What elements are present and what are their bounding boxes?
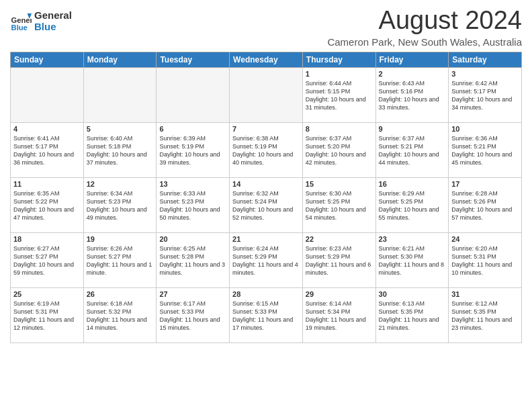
weekday-header-sunday: Sunday bbox=[11, 52, 84, 67]
cell-info: Sunrise: 6:34 AMSunset: 5:23 PMDaylight:… bbox=[87, 189, 154, 222]
cell-info: Sunrise: 6:18 AMSunset: 5:32 PMDaylight:… bbox=[87, 300, 154, 332]
calendar-cell bbox=[83, 67, 157, 122]
day-number: 23 bbox=[379, 235, 446, 243]
cell-info: Sunrise: 6:19 AMSunset: 5:31 PMDaylight:… bbox=[13, 300, 81, 332]
calendar-cell: 22Sunrise: 6:23 AMSunset: 5:29 PMDayligh… bbox=[302, 232, 375, 287]
cell-info: Sunrise: 6:28 AMSunset: 5:26 PMDaylight:… bbox=[451, 189, 519, 222]
day-number: 1 bbox=[306, 70, 373, 78]
cell-info: Sunrise: 6:42 AMSunset: 5:17 PMDaylight:… bbox=[451, 79, 519, 112]
day-number: 28 bbox=[232, 290, 300, 298]
cell-info: Sunrise: 6:39 AMSunset: 5:19 PMDaylight:… bbox=[159, 134, 226, 167]
cell-info: Sunrise: 6:38 AMSunset: 5:19 PMDaylight:… bbox=[232, 134, 300, 167]
calendar-cell: 28Sunrise: 6:15 AMSunset: 5:33 PMDayligh… bbox=[230, 287, 303, 342]
day-number: 8 bbox=[306, 125, 373, 133]
calendar-cell: 15Sunrise: 6:30 AMSunset: 5:25 PMDayligh… bbox=[302, 177, 375, 232]
day-number: 22 bbox=[306, 235, 373, 243]
calendar-cell: 31Sunrise: 6:12 AMSunset: 5:35 PMDayligh… bbox=[449, 287, 522, 342]
day-number: 15 bbox=[306, 180, 373, 188]
calendar-cell bbox=[230, 67, 303, 122]
weekday-header-wednesday: Wednesday bbox=[230, 52, 303, 67]
weekday-header-monday: Monday bbox=[83, 52, 157, 67]
day-number: 21 bbox=[232, 235, 300, 243]
calendar-cell: 27Sunrise: 6:17 AMSunset: 5:33 PMDayligh… bbox=[157, 287, 230, 342]
cell-info: Sunrise: 6:33 AMSunset: 5:23 PMDaylight:… bbox=[159, 189, 226, 222]
day-number: 11 bbox=[13, 180, 81, 188]
cell-info: Sunrise: 6:20 AMSunset: 5:31 PMDaylight:… bbox=[451, 244, 519, 277]
calendar-cell: 8Sunrise: 6:37 AMSunset: 5:20 PMDaylight… bbox=[302, 122, 375, 177]
cell-info: Sunrise: 6:26 AMSunset: 5:27 PMDaylight:… bbox=[87, 244, 154, 277]
calendar-cell: 29Sunrise: 6:14 AMSunset: 5:34 PMDayligh… bbox=[302, 287, 375, 342]
day-number: 6 bbox=[159, 125, 226, 133]
weekday-header-row: SundayMondayTuesdayWednesdayThursdayFrid… bbox=[11, 52, 522, 67]
cell-info: Sunrise: 6:15 AMSunset: 5:33 PMDaylight:… bbox=[232, 300, 300, 332]
week-row-3: 11Sunrise: 6:35 AMSunset: 5:22 PMDayligh… bbox=[11, 177, 522, 232]
cell-info: Sunrise: 6:14 AMSunset: 5:34 PMDaylight:… bbox=[306, 300, 373, 332]
week-row-2: 4Sunrise: 6:41 AMSunset: 5:17 PMDaylight… bbox=[11, 122, 522, 177]
calendar-cell: 16Sunrise: 6:29 AMSunset: 5:25 PMDayligh… bbox=[375, 177, 449, 232]
calendar-cell: 14Sunrise: 6:32 AMSunset: 5:24 PMDayligh… bbox=[230, 177, 303, 232]
month-title: August 2024 bbox=[327, 7, 522, 35]
calendar-cell bbox=[157, 67, 230, 122]
title-block: August 2024 Cameron Park, New South Wale… bbox=[327, 7, 522, 48]
day-number: 24 bbox=[451, 235, 519, 243]
calendar-cell: 6Sunrise: 6:39 AMSunset: 5:19 PMDaylight… bbox=[157, 122, 230, 177]
logo-text-line1: General bbox=[34, 10, 72, 21]
cell-info: Sunrise: 6:25 AMSunset: 5:28 PMDaylight:… bbox=[159, 244, 226, 277]
day-number: 3 bbox=[451, 70, 519, 78]
cell-info: Sunrise: 6:35 AMSunset: 5:22 PMDaylight:… bbox=[13, 189, 81, 222]
calendar-cell: 13Sunrise: 6:33 AMSunset: 5:23 PMDayligh… bbox=[157, 177, 230, 232]
cell-info: Sunrise: 6:40 AMSunset: 5:18 PMDaylight:… bbox=[87, 134, 154, 167]
day-number: 26 bbox=[87, 290, 154, 298]
logo-text-line2: Blue bbox=[34, 21, 72, 33]
calendar-cell: 2Sunrise: 6:43 AMSunset: 5:16 PMDaylight… bbox=[375, 67, 449, 122]
calendar-cell: 5Sunrise: 6:40 AMSunset: 5:18 PMDaylight… bbox=[83, 122, 157, 177]
calendar-cell: 12Sunrise: 6:34 AMSunset: 5:23 PMDayligh… bbox=[83, 177, 157, 232]
calendar-cell: 19Sunrise: 6:26 AMSunset: 5:27 PMDayligh… bbox=[83, 232, 157, 287]
calendar-cell: 25Sunrise: 6:19 AMSunset: 5:31 PMDayligh… bbox=[11, 287, 84, 342]
cell-info: Sunrise: 6:12 AMSunset: 5:35 PMDaylight:… bbox=[451, 300, 519, 332]
cell-info: Sunrise: 6:37 AMSunset: 5:21 PMDaylight:… bbox=[379, 134, 446, 167]
cell-info: Sunrise: 6:41 AMSunset: 5:17 PMDaylight:… bbox=[13, 134, 81, 167]
calendar-table: SundayMondayTuesdayWednesdayThursdayFrid… bbox=[10, 52, 522, 343]
calendar-cell: 23Sunrise: 6:21 AMSunset: 5:30 PMDayligh… bbox=[375, 232, 449, 287]
cell-info: Sunrise: 6:27 AMSunset: 5:27 PMDaylight:… bbox=[13, 244, 81, 277]
cell-info: Sunrise: 6:17 AMSunset: 5:33 PMDaylight:… bbox=[159, 300, 226, 332]
weekday-header-friday: Friday bbox=[375, 52, 449, 67]
calendar-cell: 1Sunrise: 6:44 AMSunset: 5:15 PMDaylight… bbox=[302, 67, 375, 122]
header: General Blue General Blue August 2024 Ca… bbox=[10, 7, 522, 48]
cell-info: Sunrise: 6:36 AMSunset: 5:21 PMDaylight:… bbox=[451, 134, 519, 167]
weekday-header-tuesday: Tuesday bbox=[157, 52, 230, 67]
day-number: 4 bbox=[13, 125, 81, 133]
calendar-cell bbox=[11, 67, 84, 122]
cell-info: Sunrise: 6:13 AMSunset: 5:35 PMDaylight:… bbox=[379, 300, 446, 332]
day-number: 2 bbox=[379, 70, 446, 78]
calendar-cell: 9Sunrise: 6:37 AMSunset: 5:21 PMDaylight… bbox=[375, 122, 449, 177]
svg-text:General: General bbox=[11, 15, 32, 24]
day-number: 18 bbox=[13, 235, 81, 243]
day-number: 14 bbox=[232, 180, 300, 188]
calendar-cell: 24Sunrise: 6:20 AMSunset: 5:31 PMDayligh… bbox=[449, 232, 522, 287]
day-number: 27 bbox=[159, 290, 226, 298]
day-number: 29 bbox=[306, 290, 373, 298]
calendar-cell: 7Sunrise: 6:38 AMSunset: 5:19 PMDaylight… bbox=[230, 122, 303, 177]
page-container: General Blue General Blue August 2024 Ca… bbox=[0, 0, 532, 347]
week-row-1: 1Sunrise: 6:44 AMSunset: 5:15 PMDaylight… bbox=[11, 67, 522, 122]
day-number: 20 bbox=[159, 235, 226, 243]
day-number: 31 bbox=[451, 290, 519, 298]
calendar-cell: 11Sunrise: 6:35 AMSunset: 5:22 PMDayligh… bbox=[11, 177, 84, 232]
day-number: 5 bbox=[87, 125, 154, 133]
day-number: 13 bbox=[159, 180, 226, 188]
calendar-cell: 3Sunrise: 6:42 AMSunset: 5:17 PMDaylight… bbox=[449, 67, 522, 122]
weekday-header-thursday: Thursday bbox=[302, 52, 375, 67]
day-number: 9 bbox=[379, 125, 446, 133]
calendar-cell: 20Sunrise: 6:25 AMSunset: 5:28 PMDayligh… bbox=[157, 232, 230, 287]
calendar-cell: 17Sunrise: 6:28 AMSunset: 5:26 PMDayligh… bbox=[449, 177, 522, 232]
cell-info: Sunrise: 6:43 AMSunset: 5:16 PMDaylight:… bbox=[379, 79, 446, 112]
calendar-cell: 21Sunrise: 6:24 AMSunset: 5:29 PMDayligh… bbox=[230, 232, 303, 287]
logo-icon: General Blue bbox=[10, 11, 32, 32]
day-number: 30 bbox=[379, 290, 446, 298]
day-number: 17 bbox=[451, 180, 519, 188]
week-row-4: 18Sunrise: 6:27 AMSunset: 5:27 PMDayligh… bbox=[11, 232, 522, 287]
cell-info: Sunrise: 6:30 AMSunset: 5:25 PMDaylight:… bbox=[306, 189, 373, 222]
cell-info: Sunrise: 6:21 AMSunset: 5:30 PMDaylight:… bbox=[379, 244, 446, 277]
